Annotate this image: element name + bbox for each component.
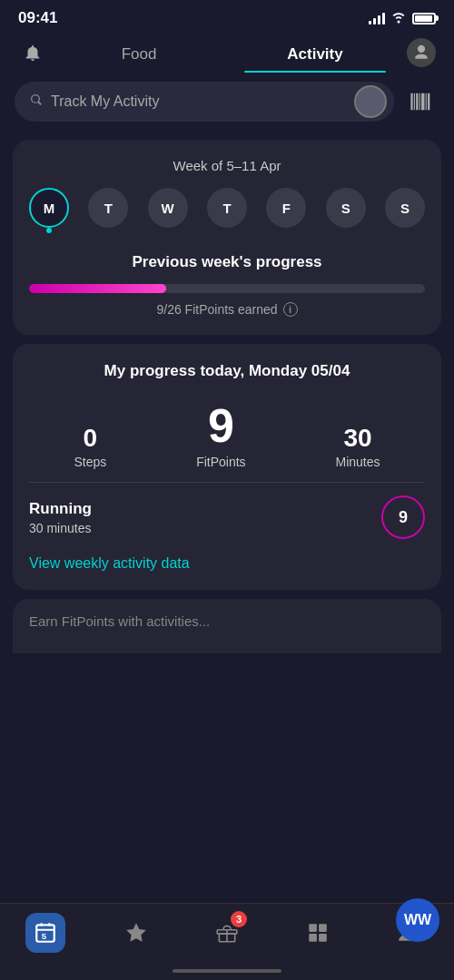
- progress-bar-fill: [29, 284, 166, 293]
- barcode-button[interactable]: [403, 83, 439, 120]
- steps-label: Steps: [74, 455, 106, 469]
- bottom-partial-text: Earn FitPoints with activities...: [29, 613, 425, 629]
- days-row: M T W T F S S: [29, 188, 425, 228]
- svg-text:5: 5: [42, 931, 47, 941]
- day-tuesday[interactable]: T: [88, 188, 128, 228]
- activity-badge: 9: [381, 495, 425, 539]
- status-icons: [369, 11, 436, 26]
- nav-rewards[interactable]: 3: [207, 913, 247, 953]
- tab-food[interactable]: Food: [51, 33, 227, 73]
- fitpoints-value: 9: [196, 398, 245, 453]
- bottom-partial-card: Earn FitPoints with activities...: [13, 599, 441, 653]
- wifi-icon: [390, 11, 407, 26]
- status-time: 09:41: [18, 9, 57, 27]
- day-wednesday[interactable]: W: [148, 188, 188, 228]
- day-monday[interactable]: M: [29, 188, 69, 228]
- week-progress-card: Week of 5–11 Apr M T W T F S S Previous …: [13, 140, 441, 335]
- progress-label: 9/26 FitPoints earned i: [29, 302, 425, 317]
- ww-button[interactable]: WW: [396, 898, 439, 942]
- user-avatar[interactable]: [403, 38, 439, 67]
- search-icon: [29, 93, 44, 111]
- svg-rect-4: [309, 924, 317, 932]
- day-thursday[interactable]: T: [207, 188, 247, 228]
- status-bar: 09:41: [0, 0, 454, 33]
- stat-steps: 0 Steps: [74, 424, 106, 469]
- search-bar[interactable]: Track My Activity: [15, 82, 394, 122]
- search-container: Track My Activity: [0, 73, 454, 131]
- week-label: Week of 5–11 Apr: [29, 158, 425, 173]
- day-friday[interactable]: F: [266, 188, 306, 228]
- svg-rect-5: [319, 924, 327, 932]
- star-icon-wrap: [116, 913, 156, 953]
- nav-dashboard[interactable]: [298, 913, 338, 953]
- rewards-badge: 3: [231, 911, 247, 927]
- search-thumb: [354, 85, 387, 118]
- stat-minutes: 30 Minutes: [336, 424, 380, 469]
- nav-items: 5 3: [0, 913, 454, 953]
- steps-value: 0: [74, 424, 106, 453]
- progress-fraction: 9/26 FitPoints earned: [156, 302, 277, 317]
- stat-fitpoints: 9 FitPoints: [196, 398, 245, 469]
- signal-icon: [369, 12, 385, 24]
- fitpoints-label: FitPoints: [196, 455, 245, 469]
- view-weekly-link[interactable]: View weekly activity data: [29, 555, 425, 572]
- today-progress-card: My progress today, Monday 05/04 0 Steps …: [13, 344, 441, 590]
- notification-bell[interactable]: [15, 43, 51, 63]
- search-placeholder: Track My Activity: [51, 93, 380, 110]
- progress-title: Previous week's progress: [29, 253, 425, 271]
- stat-divider: [29, 482, 425, 483]
- progress-bar-track: [29, 284, 425, 293]
- svg-rect-7: [319, 934, 327, 942]
- tab-activity[interactable]: Activity: [227, 33, 403, 73]
- avatar-circle: [407, 38, 436, 67]
- nav-calendar[interactable]: 5: [25, 913, 65, 953]
- day-active-dot: [46, 228, 52, 233]
- minutes-label: Minutes: [336, 455, 380, 469]
- info-icon[interactable]: i: [283, 302, 298, 317]
- activity-name: Running: [29, 500, 92, 518]
- battery-icon: [412, 13, 436, 24]
- day-sunday[interactable]: S: [385, 188, 425, 228]
- today-title: My progress today, Monday 05/04: [29, 362, 425, 380]
- home-indicator: [173, 969, 281, 973]
- day-saturday[interactable]: S: [326, 188, 366, 228]
- activity-info: Running 30 minutes: [29, 500, 92, 535]
- dashboard-icon-wrap: [298, 913, 338, 953]
- calendar-icon-wrap: 5: [25, 913, 65, 953]
- activity-duration: 30 minutes: [29, 521, 92, 535]
- progress-section: Previous week's progress 9/26 FitPoints …: [29, 253, 425, 317]
- stats-row: 0 Steps 9 FitPoints 30 Minutes: [29, 398, 425, 469]
- activity-row: Running 30 minutes 9: [29, 495, 425, 539]
- svg-rect-6: [309, 934, 317, 942]
- nav-favorites[interactable]: [116, 913, 156, 953]
- tabs-bar: Food Activity: [0, 33, 454, 73]
- minutes-value: 30: [336, 424, 380, 453]
- tab-list: Food Activity: [51, 33, 403, 73]
